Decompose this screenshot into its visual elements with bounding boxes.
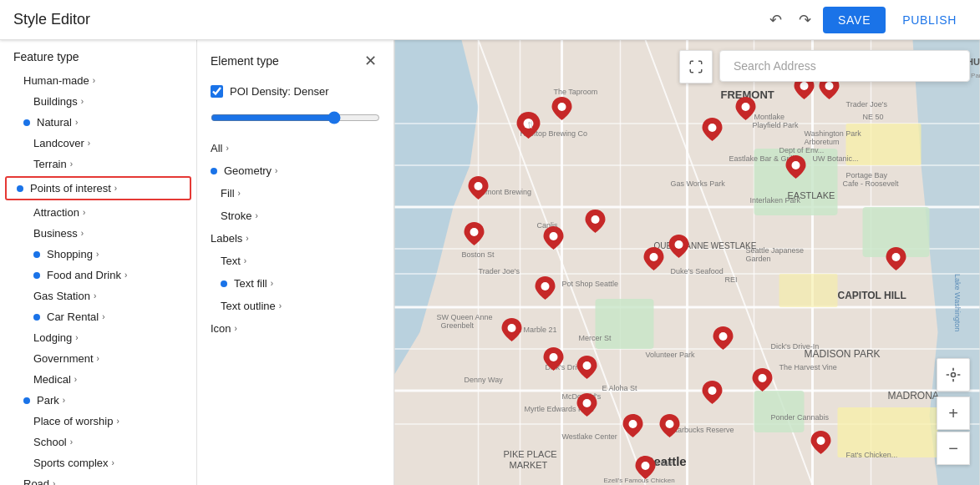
- elem-item-text[interactable]: Text ›: [197, 250, 394, 272]
- svg-text:Trader Joe's: Trader Joe's: [846, 100, 888, 109]
- svg-text:Dick's Drive-In: Dick's Drive-In: [771, 342, 820, 351]
- svg-text:Volunteer Park: Volunteer Park: [646, 351, 696, 359]
- feature-label: Place of worship: [33, 415, 113, 427]
- close-button[interactable]: ✕: [361, 50, 380, 72]
- chevron-icon: ›: [246, 234, 248, 243]
- svg-point-85: [742, 103, 750, 111]
- svg-point-100: [708, 386, 717, 395]
- feature-item-sports-complex[interactable]: Sports complex ›: [0, 452, 196, 473]
- feature-item-park[interactable]: Park ›: [0, 390, 196, 411]
- element-panel-header: Element type ✕: [197, 40, 394, 78]
- chevron-icon: ›: [83, 208, 85, 217]
- svg-text:PIKE PLACE: PIKE PLACE: [504, 449, 557, 459]
- elem-item-text-fill[interactable]: Text fill ›: [197, 272, 394, 295]
- chevron-icon: ›: [74, 375, 77, 384]
- feature-item-gas-station[interactable]: Gas Station ›: [0, 285, 196, 306]
- svg-text:Garden: Garden: [746, 255, 771, 263]
- feature-item-human-made[interactable]: Human-made ›: [0, 70, 196, 91]
- poi-density-checkbox[interactable]: [211, 85, 223, 98]
- svg-text:🍴: 🍴: [526, 120, 535, 129]
- chevron-icon: ›: [244, 256, 246, 265]
- svg-text:SW Queen Anne: SW Queen Anne: [437, 313, 493, 321]
- save-button[interactable]: SAVE: [823, 7, 886, 33]
- fullscreen-button[interactable]: [679, 50, 713, 83]
- bullet-icon: [23, 397, 30, 404]
- feature-label: Park: [37, 394, 59, 407]
- feature-item-government[interactable]: Government ›: [0, 348, 196, 369]
- elem-item-icon[interactable]: Icon ›: [197, 317, 394, 340]
- elem-item-labels[interactable]: Labels ›: [197, 227, 394, 250]
- poi-density-label[interactable]: POI Density: Denser: [230, 85, 329, 98]
- svg-point-84: [558, 103, 566, 111]
- bullet-icon: [33, 251, 40, 258]
- svg-point-92: [550, 232, 558, 240]
- header: Style Editor ↶ ↷ SAVE PUBLISH: [0, 0, 980, 40]
- chevron-icon: ›: [256, 211, 258, 220]
- svg-point-104: [666, 420, 674, 428]
- feature-item-terrain[interactable]: Terrain ›: [0, 154, 196, 174]
- feature-item-attraction[interactable]: Attraction ›: [0, 202, 196, 223]
- svg-point-102: [583, 399, 592, 407]
- bullet-icon: [33, 272, 40, 279]
- feature-label: Medical: [33, 373, 71, 386]
- feature-item-car-rental[interactable]: Car Rental ›: [0, 306, 196, 327]
- svg-text:Pot Shop Seattle: Pot Shop Seattle: [562, 280, 619, 288]
- svg-point-105: [817, 437, 825, 445]
- svg-text:Trader Joe's: Trader Joe's: [479, 267, 520, 275]
- feature-item-shopping[interactable]: Shopping ›: [0, 244, 196, 265]
- search-address[interactable]: Search Address: [719, 50, 970, 82]
- feature-item-lodging[interactable]: Lodging ›: [0, 327, 196, 348]
- slider-row: [197, 104, 394, 137]
- publish-button[interactable]: PUBLISH: [892, 7, 967, 33]
- elem-item-fill[interactable]: Fill ›: [197, 182, 394, 205]
- svg-point-95: [541, 282, 550, 290]
- elem-label: Labels: [211, 232, 242, 245]
- svg-text:The Taproom: The Taproom: [554, 88, 598, 96]
- svg-text:Boston St: Boston St: [462, 250, 495, 259]
- redo-button[interactable]: ↷: [794, 8, 816, 33]
- chevron-icon: ›: [275, 166, 277, 175]
- feature-item-business[interactable]: Business ›: [0, 223, 196, 244]
- bullet-icon: [211, 168, 217, 174]
- feature-item-school[interactable]: School ›: [0, 432, 196, 452]
- elem-item-geometry[interactable]: Geometry ›: [197, 159, 394, 182]
- elem-item-all[interactable]: All ›: [197, 137, 394, 159]
- feature-item-place-of-worship[interactable]: Place of worship ›: [0, 411, 196, 432]
- undo-button[interactable]: ↶: [764, 8, 787, 33]
- feature-label: Sports complex: [33, 457, 109, 469]
- feature-item-buildings[interactable]: Buildings ›: [0, 91, 196, 112]
- svg-text:Dept of Env...: Dept of Env...: [779, 146, 825, 154]
- feature-label: Gas Station: [33, 290, 90, 302]
- element-panel-title: Element type: [211, 54, 279, 68]
- feature-item-medical[interactable]: Medical ›: [0, 369, 196, 390]
- feature-item-natural[interactable]: Natural ›: [0, 112, 196, 133]
- feature-item-points-of-interest[interactable]: Points of interest ›: [7, 178, 190, 199]
- svg-text:CAPITOL HILL: CAPITOL HILL: [838, 290, 906, 301]
- elem-label: Geometry: [224, 164, 272, 177]
- svg-point-91: [470, 228, 479, 236]
- density-slider[interactable]: [211, 111, 380, 124]
- svg-text:Mercer St: Mercer St: [579, 334, 612, 342]
- chevron-icon: ›: [112, 458, 114, 467]
- svg-point-90: [592, 215, 600, 224]
- svg-text:Arboretum: Arboretum: [805, 138, 840, 146]
- chevron-icon: ›: [81, 97, 84, 106]
- zoom-in-button[interactable]: +: [937, 397, 970, 430]
- map-controls: + −: [937, 397, 970, 465]
- feature-label: Lodging: [33, 331, 72, 344]
- feature-item-food-drink[interactable]: Food and Drink ›: [0, 265, 196, 285]
- svg-text:Ezell's Famous Chicken: Ezell's Famous Chicken: [604, 477, 675, 484]
- location-button[interactable]: [937, 358, 970, 392]
- elem-item-text-outline[interactable]: Text outline ›: [197, 295, 394, 317]
- svg-text:E Aloha St: E Aloha St: [602, 384, 638, 392]
- feature-item-landcover[interactable]: Landcover ›: [0, 133, 196, 154]
- svg-point-97: [550, 353, 558, 361]
- zoom-out-button[interactable]: −: [937, 432, 970, 465]
- elem-label: Text: [221, 255, 241, 267]
- elem-item-stroke[interactable]: Stroke ›: [197, 205, 394, 227]
- chevron-icon: ›: [53, 479, 55, 485]
- svg-point-103: [629, 420, 637, 428]
- feature-label: Buildings: [33, 95, 78, 108]
- feature-item-road[interactable]: Road ›: [0, 473, 196, 485]
- svg-rect-25: [838, 407, 938, 457]
